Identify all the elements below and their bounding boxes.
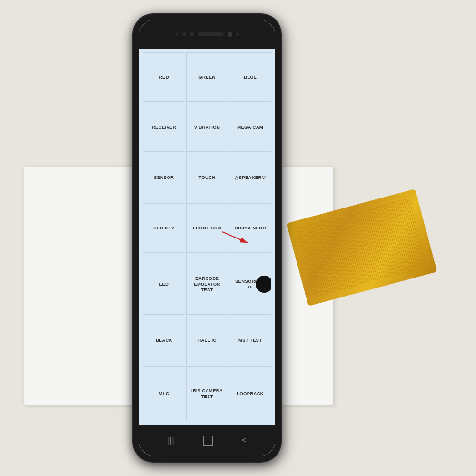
cell-hall-ic[interactable]: HALL IC (186, 316, 228, 365)
cell-sensorhub[interactable]: SENSORHUB TE (229, 254, 271, 315)
back-button[interactable]: < (242, 436, 247, 446)
cell-green[interactable]: GREEN (186, 52, 228, 102)
speaker-grille (198, 32, 224, 36)
content-area: RED GREEN BLUE RECEIVER VIBRATION (139, 49, 275, 425)
cell-mega-cam[interactable]: MEGA CAM (229, 103, 271, 152)
phone-screen: RED GREEN BLUE RECEIVER VIBRATION (139, 20, 275, 456)
cell-speaker[interactable]: △SPEAKER▽ (229, 153, 271, 202)
cell-mlc[interactable]: MLC (143, 366, 185, 421)
sensor-dot-4 (236, 33, 239, 36)
black-circle-overlay (256, 276, 271, 293)
cell-blue[interactable]: BLUE (229, 52, 271, 102)
cell-led[interactable]: LED (143, 254, 185, 315)
front-camera (228, 32, 232, 37)
home-button[interactable] (203, 436, 213, 446)
cell-barcode[interactable]: BARCODE EMULATOR TEST (186, 254, 228, 315)
cell-receiver[interactable]: RECEIVER (143, 103, 185, 152)
test-grid: RED GREEN BLUE RECEIVER VIBRATION (143, 52, 271, 421)
cell-sensor[interactable]: SENSOR (143, 153, 185, 202)
scene: RED GREEN BLUE RECEIVER VIBRATION (0, 0, 476, 476)
cell-touch[interactable]: TOUCH (186, 153, 228, 202)
cell-gripsensor[interactable]: GRIPSENSOR (229, 203, 271, 253)
cell-mst-test[interactable]: MST TEST (229, 316, 271, 365)
top-bar (139, 20, 275, 49)
recent-apps-button[interactable]: ||| (168, 436, 174, 446)
sensor-dot-1 (176, 33, 178, 36)
cell-sub-key[interactable]: SUB KEY (143, 203, 185, 253)
cell-red[interactable]: RED (143, 52, 185, 102)
sensor-dot-3 (190, 32, 194, 36)
cell-iris-camera[interactable]: IRIS CAMERA TEST (186, 366, 228, 421)
nav-bar: ||| < (139, 425, 275, 456)
cell-loopback[interactable]: LOOPBACK (229, 366, 271, 421)
cell-vibration[interactable]: VIBRATION (186, 103, 228, 152)
sensor-dot-2 (182, 32, 186, 36)
cell-front-cam[interactable]: FRONT CAM (186, 203, 228, 253)
phone-body: RED GREEN BLUE RECEIVER VIBRATION (133, 14, 281, 462)
cell-black[interactable]: BLACK (143, 316, 185, 365)
